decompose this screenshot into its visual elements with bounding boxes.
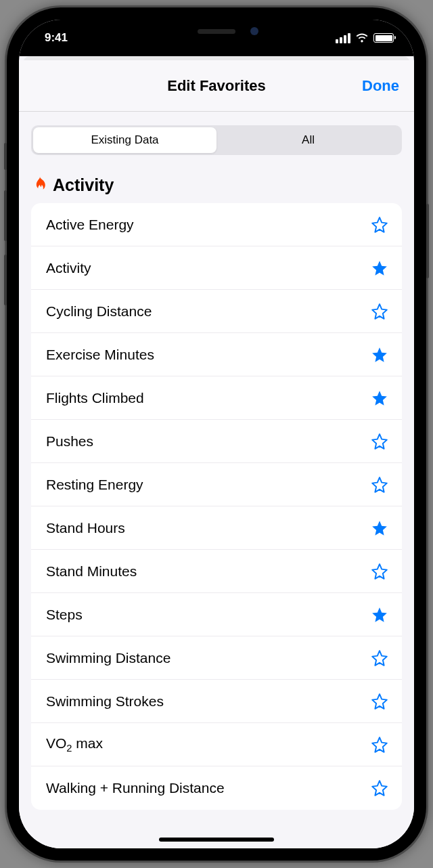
star-filled-icon[interactable]	[371, 389, 388, 407]
list-item-label: Activity	[46, 260, 91, 276]
list-item-label: Walking + Running Distance	[46, 780, 225, 796]
list-item[interactable]: Cycling Distance	[31, 290, 402, 333]
list-item-label: Steps	[46, 607, 83, 623]
notch	[145, 20, 288, 44]
segment-existing-data[interactable]: Existing Data	[33, 127, 216, 153]
segmented-control[interactable]: Existing DataAll	[31, 125, 402, 155]
list-item-label: Swimming Distance	[46, 650, 170, 666]
content-scroll[interactable]: Existing DataAll Activity Active EnergyA…	[19, 112, 414, 848]
segment-all[interactable]: All	[216, 127, 400, 153]
star-outline-icon[interactable]	[371, 563, 388, 580]
home-indicator[interactable]	[159, 838, 274, 842]
list-item[interactable]: Activity	[31, 246, 402, 290]
list-item[interactable]: Flights Climbed	[31, 376, 402, 420]
star-outline-icon[interactable]	[371, 476, 388, 494]
star-outline-icon[interactable]	[371, 736, 388, 754]
star-filled-icon[interactable]	[371, 606, 388, 624]
section-header: Activity	[31, 175, 402, 195]
list-item[interactable]: Walking + Running Distance	[31, 766, 402, 810]
star-filled-icon[interactable]	[371, 259, 388, 277]
list-item-label: Stand Minutes	[46, 563, 137, 580]
wifi-icon	[355, 33, 369, 43]
flame-icon	[32, 177, 47, 194]
section-title: Activity	[53, 175, 114, 195]
star-outline-icon[interactable]	[371, 693, 388, 710]
list-item[interactable]: Exercise Minutes	[31, 333, 402, 376]
section-activity: Activity Active EnergyActivityCycling Di…	[31, 175, 402, 810]
page-title: Edit Favorites	[167, 77, 265, 95]
navbar: Edit Favorites Done	[19, 60, 414, 112]
list-item-label: Swimming Strokes	[46, 693, 164, 710]
list-item-label: Flights Climbed	[46, 390, 144, 406]
star-outline-icon[interactable]	[371, 433, 388, 450]
list-item-label: Exercise Minutes	[46, 347, 154, 363]
star-outline-icon[interactable]	[371, 216, 388, 234]
list-item-label: VO2 max	[46, 735, 103, 754]
list-item[interactable]: Swimming Distance	[31, 636, 402, 680]
star-outline-icon[interactable]	[371, 303, 388, 320]
star-filled-icon[interactable]	[371, 519, 388, 537]
battery-icon	[373, 33, 394, 43]
side-button[interactable]	[426, 204, 429, 278]
list-item-label: Pushes	[46, 433, 93, 450]
star-outline-icon[interactable]	[371, 649, 388, 667]
list-item[interactable]: VO2 max	[31, 723, 402, 766]
list-item-label: Stand Hours	[46, 520, 125, 536]
list-item-label: Active Energy	[46, 217, 134, 233]
volume-up-button[interactable]	[4, 190, 7, 241]
done-button[interactable]: Done	[362, 77, 399, 95]
modal-sheet: Edit Favorites Done Existing DataAll Act…	[19, 60, 414, 848]
device-frame: 9:41 Edit Favorites Done Existing Da	[7, 7, 426, 861]
favorites-list: Active EnergyActivityCycling DistanceExe…	[31, 203, 402, 810]
list-item[interactable]: Steps	[31, 593, 402, 636]
list-item[interactable]: Stand Minutes	[31, 550, 402, 593]
list-item[interactable]: Pushes	[31, 420, 402, 463]
list-item[interactable]: Swimming Strokes	[31, 680, 402, 723]
list-item[interactable]: Active Energy	[31, 203, 402, 246]
list-item-label: Cycling Distance	[46, 303, 152, 320]
cellular-signal-icon	[336, 33, 350, 43]
screen: 9:41 Edit Favorites Done Existing Da	[19, 20, 414, 848]
list-item[interactable]: Stand Hours	[31, 506, 402, 550]
list-item[interactable]: Resting Energy	[31, 463, 402, 506]
star-outline-icon[interactable]	[371, 779, 388, 797]
status-time: 9:41	[45, 31, 68, 45]
volume-down-button[interactable]	[4, 255, 7, 305]
list-item-label: Resting Energy	[46, 477, 143, 493]
star-filled-icon[interactable]	[371, 346, 388, 364]
mute-switch[interactable]	[4, 143, 7, 170]
